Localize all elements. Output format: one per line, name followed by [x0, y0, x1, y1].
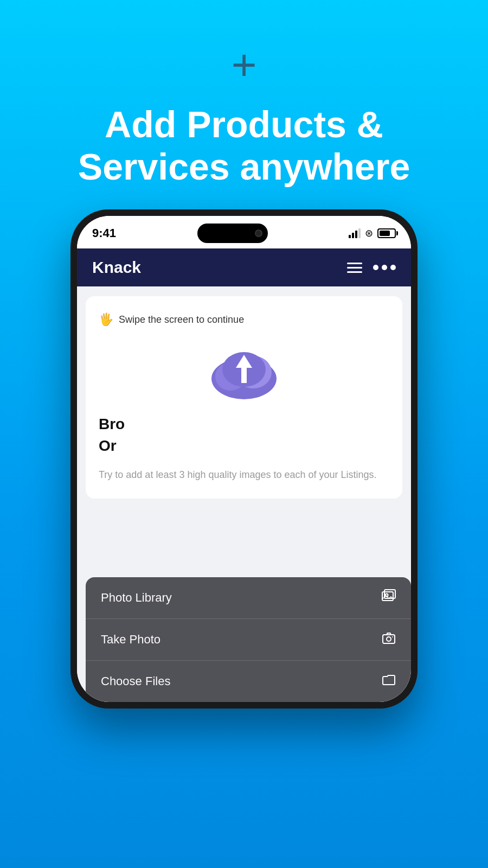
dropdown-menu: Photo Library Take Photo	[86, 577, 411, 702]
status-right-icons: ⊛	[349, 227, 396, 239]
phone-inner: 9:41 ⊛	[77, 216, 411, 702]
wifi-icon: ⊛	[365, 227, 373, 239]
dot-3	[390, 265, 396, 270]
phone-wrapper: 9:41 ⊛	[0, 209, 488, 868]
svg-point-10	[392, 636, 393, 637]
headline: Add Products & Services anywhere	[46, 103, 442, 188]
dot-1	[373, 265, 378, 270]
cloud-upload	[99, 340, 389, 399]
or-label: Or	[99, 437, 389, 455]
browse-label: Bro	[99, 416, 389, 433]
choose-files-label: Choose Files	[101, 674, 170, 688]
signal-bar-4	[358, 228, 361, 238]
cloud-icon-svg	[209, 340, 279, 399]
dynamic-island-dot	[255, 229, 262, 237]
photo-library-label: Photo Library	[101, 591, 172, 605]
battery-fill	[380, 231, 390, 236]
app-header: Knack	[77, 248, 411, 286]
status-time: 9:41	[92, 226, 116, 240]
photo-library-icon	[382, 589, 396, 607]
dot-2	[382, 265, 387, 270]
promo-section: + Add Products & Services anywhere	[46, 0, 442, 209]
hamburger-line-2	[347, 267, 362, 269]
plus-icon: +	[232, 43, 257, 87]
swipe-emoji: 🖐️	[99, 312, 113, 327]
status-bar: 9:41 ⊛	[77, 216, 411, 248]
signal-bar-3	[355, 231, 357, 238]
app-logo: Knack	[92, 258, 141, 277]
phone-frame: 9:41 ⊛	[70, 209, 418, 709]
upload-card: 🖐️ Swipe the screen to continue	[86, 296, 402, 499]
camera-icon	[382, 631, 396, 648]
menu-item-choose-files[interactable]: Choose Files	[86, 661, 411, 702]
headline-line1: Add Products &	[105, 104, 383, 145]
headline-line2: Services anywhere	[78, 146, 410, 187]
swipe-hint-text: Swipe the screen to continue	[119, 314, 244, 326]
take-photo-label: Take Photo	[101, 633, 160, 647]
dots-menu[interactable]	[373, 265, 396, 270]
battery-icon	[377, 228, 396, 238]
svg-rect-8	[383, 635, 395, 643]
menu-item-take-photo[interactable]: Take Photo	[86, 619, 411, 661]
phone-content: 🖐️ Swipe the screen to continue	[77, 286, 411, 702]
hamburger-icon[interactable]	[347, 263, 362, 273]
svg-point-9	[387, 637, 391, 641]
menu-item-photo-library[interactable]: Photo Library	[86, 577, 411, 619]
signal-bar-2	[352, 233, 354, 238]
hamburger-line-1	[347, 263, 362, 264]
header-right	[347, 263, 396, 273]
dynamic-island-container	[197, 224, 268, 243]
swipe-hint: 🖐️ Swipe the screen to continue	[99, 312, 389, 327]
folder-icon	[382, 673, 396, 690]
signal-icon	[349, 228, 361, 238]
dynamic-island	[197, 224, 268, 243]
signal-bar-1	[349, 235, 351, 238]
hamburger-line-3	[347, 271, 362, 273]
hint-text: Try to add at least 3 high quality image…	[99, 468, 389, 482]
